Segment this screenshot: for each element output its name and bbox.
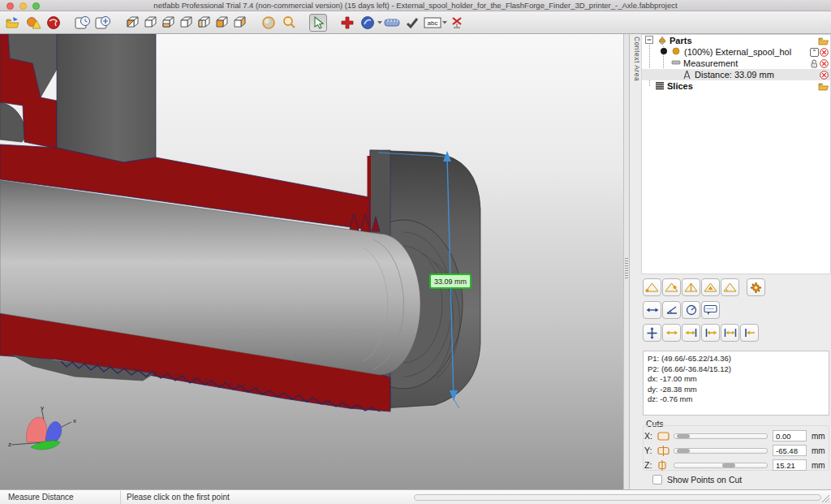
snap-center-button[interactable] (643, 324, 661, 342)
remove-distance-icon[interactable] (820, 71, 829, 80)
cut-plane-z-icon[interactable] (656, 460, 672, 471)
tree-item-slices[interactable]: Slices (667, 81, 818, 91)
tree-row-measurement[interactable]: Measurement (642, 58, 830, 69)
measure-snap-button[interactable] (359, 14, 377, 32)
snap-between-edges-button[interactable] (721, 324, 739, 342)
measure-label-dropdown[interactable] (441, 14, 448, 32)
auto-update-button[interactable] (74, 14, 92, 32)
view-left-icon (196, 16, 211, 29)
distance-icon (682, 70, 692, 80)
zoom-window-button[interactable] (280, 14, 298, 32)
tree-row-slices[interactable]: Slices (642, 80, 830, 92)
splitter-grip[interactable] (625, 258, 628, 279)
status-hint: Please click on the first point (127, 493, 230, 502)
auto-update-add-button[interactable] (94, 14, 112, 32)
view-top-icon (214, 16, 229, 29)
tree-item-distance[interactable]: Distance: 33.09 mm (695, 70, 820, 80)
cut-plane-y-icon[interactable] (656, 446, 672, 456)
measure-delete-button[interactable] (448, 14, 466, 32)
unlock-icon[interactable] (810, 59, 819, 68)
view-front-button[interactable] (141, 14, 159, 32)
show-points-checkbox[interactable] (652, 475, 662, 485)
tree-expander-icon[interactable] (645, 36, 655, 45)
angle-icon (665, 305, 678, 315)
abc-label-icon: abc (424, 17, 441, 28)
cut-z-slider[interactable] (674, 463, 768, 468)
view-right-button[interactable] (230, 14, 248, 32)
ruler-icon (384, 18, 400, 28)
measure-radius-button[interactable] (682, 301, 700, 319)
measure-face-button[interactable] (701, 278, 720, 296)
measure-settings-button[interactable] (747, 278, 765, 296)
panel-splitter[interactable] (623, 34, 630, 489)
measure-angle-face-button[interactable] (721, 278, 739, 296)
tree-row-part[interactable]: (100%) External_spool_hol (642, 46, 830, 58)
chevron-down-icon (377, 20, 383, 24)
measure-angle-button[interactable] (662, 301, 681, 319)
folder-icon[interactable] (818, 82, 829, 91)
remove-measurement-icon[interactable] (820, 59, 829, 68)
resize-grip[interactable] (821, 494, 830, 503)
cut-x-slider-thumb[interactable] (677, 434, 690, 438)
cut-z-slider-thumb[interactable] (722, 463, 735, 467)
snap-free-button[interactable] (662, 324, 681, 342)
view-bottom-button[interactable] (159, 14, 177, 32)
view-isometric-icon (125, 16, 140, 29)
tree-item-part[interactable]: (100%) External_spool_hol (684, 47, 810, 57)
distance-arrow-icon (646, 305, 659, 315)
cut-plane-x-icon[interactable] (656, 431, 672, 442)
tree-item-parts[interactable]: Parts (670, 36, 818, 45)
measure-edge-button[interactable] (662, 278, 681, 296)
cut-y-slider[interactable] (674, 448, 768, 454)
folder-icon[interactable] (818, 37, 829, 45)
triangle-edge-icon (665, 282, 678, 293)
axis-lobe-blue (45, 422, 62, 442)
cut-axis-z-label: Z: (644, 460, 656, 470)
zoom-scene-button[interactable] (260, 14, 278, 32)
primitives-button[interactable] (24, 14, 42, 32)
measure-apply-button[interactable] (403, 14, 421, 32)
3d-viewport[interactable]: 33.09 mm y x z (0, 34, 623, 489)
view-front-icon (143, 16, 157, 29)
measure-note-button[interactable] (701, 301, 720, 319)
select-cursor-button[interactable] (309, 14, 327, 32)
cut-y-value-field[interactable] (773, 445, 807, 456)
snap-to-point-button[interactable] (740, 324, 759, 342)
zoom-sphere-icon (261, 15, 276, 30)
dimension-label[interactable]: 33.09 mm (430, 274, 471, 288)
tree-item-measurement[interactable]: Measurement (683, 58, 810, 68)
cut-x-value-field[interactable] (773, 430, 807, 442)
measure-vertex-button[interactable] (643, 278, 661, 296)
measure-distance-button[interactable] (643, 301, 661, 319)
cut-z-value-field[interactable] (773, 459, 807, 471)
view-isometric-button[interactable] (123, 14, 141, 32)
app-window: netfabb Professional Trial 7.4 (non-comm… (0, 0, 831, 504)
open-project-button[interactable] (4, 14, 22, 32)
part-status-dot-orange (672, 47, 682, 57)
edge-to-arrow-icon (704, 328, 717, 338)
snap-to-edge-button[interactable] (682, 324, 700, 342)
cut-row-y: Y: mm (644, 444, 829, 457)
measure-height-button[interactable] (682, 278, 700, 296)
snap-from-edge-button[interactable] (701, 324, 720, 342)
view-back-button[interactable] (177, 14, 195, 32)
frame-toggle-icon[interactable] (810, 48, 819, 57)
cut-z-unit: mm (812, 461, 825, 470)
cube-clock-icon (75, 15, 91, 31)
measure-add-button[interactable] (338, 14, 356, 32)
tree-row-distance[interactable]: Distance: 33.09 mm (642, 69, 830, 80)
context-area-label: Context Area (631, 37, 641, 110)
tree-row-parts[interactable]: Parts (642, 35, 830, 46)
repair-button[interactable] (45, 14, 62, 32)
remove-part-icon[interactable] (820, 48, 829, 57)
cut-y-slider-thumb[interactable] (677, 449, 690, 453)
red-plus-icon (341, 16, 354, 29)
measure-label-button[interactable]: abc (424, 14, 441, 32)
view-top-button[interactable] (213, 14, 230, 32)
snap-disc-icon (360, 15, 375, 30)
measure-ruler-button[interactable] (383, 14, 401, 32)
measure-snap-dropdown[interactable] (377, 14, 383, 32)
cut-x-slider[interactable] (674, 433, 768, 439)
info-p1: P1: (49.66/-65.22/14.36) (648, 354, 829, 364)
view-left-button[interactable] (195, 14, 213, 32)
